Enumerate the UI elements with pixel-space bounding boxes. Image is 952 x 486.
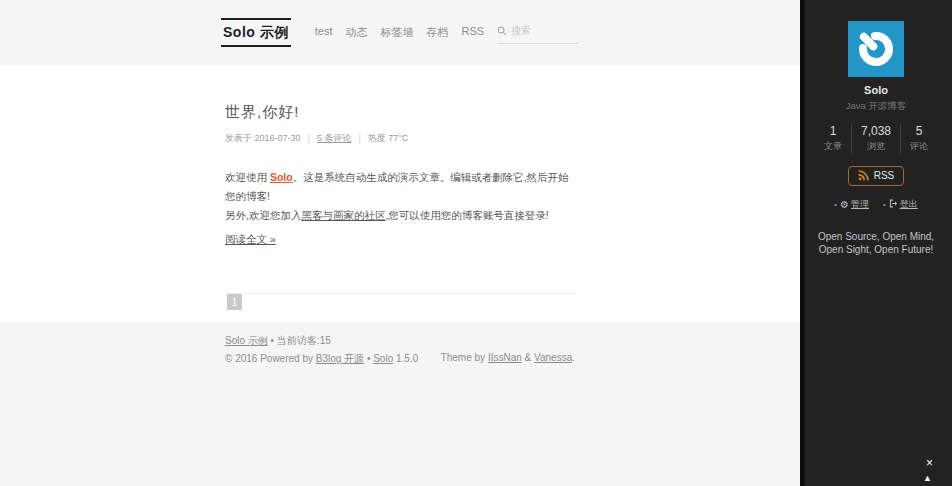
gear-icon: ⚙ <box>840 199 849 210</box>
close-icon[interactable]: × <box>926 457 933 469</box>
logout-link-label: 登出 <box>900 198 918 211</box>
paragraph-1: 欢迎使用 Solo。这是系统自动生成的演示文章。编辑或者删除它,然后开始您的博客… <box>225 168 575 206</box>
footer-visitor-count: • 当前访客:15 <box>268 335 331 346</box>
nav-item-rss[interactable]: RSS <box>461 25 484 40</box>
rss-button-label: RSS <box>874 170 895 181</box>
post-body: 欢迎使用 Solo。这是系统自动生成的演示文章。编辑或者删除它,然后开始您的博客… <box>225 168 575 247</box>
footer-inner: Solo 示例 • 当前访客:15 © 2016 Powered by B3lo… <box>225 322 575 366</box>
nav-item-test[interactable]: test <box>315 25 333 40</box>
stat-comments[interactable]: 5 评论 <box>900 124 937 153</box>
page-number-current[interactable]: 1 <box>227 294 242 310</box>
sidebar: Solo Java 开源博客 1 文章 7,038 浏览 5 评论 RSS •⚙… <box>800 0 952 486</box>
post-title[interactable]: 世界,你好! <box>225 103 575 122</box>
meta-separator: | <box>308 133 310 143</box>
read-more-link[interactable]: 阅读全文 » <box>225 233 276 247</box>
post-meta: 发表于 2016-07-30|5 条评论|热度 77°C <box>225 132 575 145</box>
paragraph-2: 另外,欢迎您加入黑客与画家的社区,您可以使用您的博客账号直接登录! <box>225 206 575 225</box>
comments-link[interactable]: 5 条评论 <box>317 133 352 143</box>
rss-icon <box>858 170 869 181</box>
footer-copyright-line: © 2016 Powered by B3log 开源 • Solo 1.5.0 … <box>225 352 575 366</box>
blog-stats: 1 文章 7,038 浏览 5 评论 <box>800 124 952 153</box>
admin-link-label: 管理 <box>851 198 869 211</box>
search-input[interactable] <box>511 25 573 36</box>
footer-site-link[interactable]: Solo 示例 <box>225 335 268 346</box>
nav-item-tags[interactable]: 标签墙 <box>380 25 413 40</box>
site-brand-link[interactable]: Solo 示例 <box>221 18 291 47</box>
post-date: 发表于 2016-07-30 <box>225 133 301 143</box>
amp-text: & <box>522 352 534 363</box>
sidebar-links: •⚙管理 •登出 <box>800 198 952 211</box>
post: 世界,你好! 发表于 2016-07-30|5 条评论|热度 77°C 欢迎使用… <box>225 103 575 310</box>
theme-author2-link[interactable]: Vanessa <box>534 352 572 363</box>
site-footer: Solo 示例 • 当前访客:15 © 2016 Powered by B3lo… <box>0 322 800 486</box>
header-inner: Solo 示例 test 动态 标签墙 存档 RSS <box>221 18 579 47</box>
search-icon <box>497 22 507 40</box>
footer-visitors-line: Solo 示例 • 当前访客:15 <box>225 334 575 348</box>
motto-line-1: Open Source, Open Mind, <box>800 230 952 243</box>
stat-views-value: 7,038 <box>861 124 891 138</box>
stat-comments-value: 5 <box>910 124 928 138</box>
paragraph-2-text: ,您可以使用您的博客账号直接登录! <box>385 209 548 221</box>
site-header: Solo 示例 test 动态 标签墙 存档 RSS <box>0 0 800 65</box>
stat-views-label: 浏览 <box>861 140 891 153</box>
hacpai-community-link[interactable]: 黑客与画家的社区 <box>301 209 385 221</box>
solo-logo-icon[interactable] <box>848 21 904 77</box>
bullet-icon: • <box>834 200 837 209</box>
copyright-text: © 2016 Powered by <box>225 353 316 364</box>
version-text: 1.5.0 <box>393 353 418 364</box>
logout-icon <box>889 199 898 210</box>
stat-views[interactable]: 7,038 浏览 <box>851 124 900 153</box>
stat-articles-label: 文章 <box>824 140 842 153</box>
stat-articles-value: 1 <box>824 124 842 138</box>
admin-link[interactable]: •⚙管理 <box>834 198 869 211</box>
footer-copyright: © 2016 Powered by B3log 开源 • Solo 1.5.0 <box>225 352 418 366</box>
nav-item-dynamic[interactable]: 动态 <box>345 25 367 40</box>
bullet-icon: • <box>883 200 886 209</box>
theme-author1-link[interactable]: IIssNan <box>488 352 522 363</box>
paragraph-1-text: 欢迎使用 <box>225 171 270 183</box>
blog-subtitle: Java 开源博客 <box>800 100 952 113</box>
logout-link[interactable]: •登出 <box>883 198 918 211</box>
blog-name: Solo <box>800 84 952 96</box>
paragraph-2-text: 另外,欢迎您加入 <box>225 209 301 221</box>
page: Solo 示例 test 动态 标签墙 存档 RSS 世界,你好! <box>0 0 952 486</box>
rss-button[interactable]: RSS <box>848 166 905 186</box>
post-heat: 热度 77°C <box>368 133 409 143</box>
nav-item-archive[interactable]: 存档 <box>426 25 448 40</box>
sidebar-scrollbar-track[interactable] <box>800 0 805 486</box>
pagination: 1 <box>225 293 575 310</box>
period-text: . <box>572 352 575 363</box>
meta-separator: | <box>358 133 360 143</box>
scroll-top-icon[interactable]: ▲ <box>923 474 932 483</box>
content-area: 世界,你好! 发表于 2016-07-30|5 条评论|热度 77°C 欢迎使用… <box>0 65 800 322</box>
main-nav: test 动态 标签墙 存档 RSS <box>315 25 484 40</box>
stat-articles[interactable]: 1 文章 <box>815 124 851 153</box>
dot-separator: • <box>364 353 373 364</box>
b3log-link[interactable]: B3log 开源 <box>316 353 364 364</box>
main-area: Solo 示例 test 动态 标签墙 存档 RSS 世界,你好! <box>0 0 800 486</box>
solo-version-link[interactable]: Solo <box>373 353 393 364</box>
search-box <box>497 22 579 44</box>
stat-comments-label: 评论 <box>910 140 928 153</box>
solo-link[interactable]: Solo <box>270 171 293 183</box>
theme-by-text: Theme by <box>441 352 488 363</box>
blog-motto: Open Source, Open Mind, Open Sight, Open… <box>800 230 952 256</box>
footer-theme-credit: Theme by IIssNan & Vanessa. <box>441 352 575 366</box>
motto-line-2: Open Sight, Open Future! <box>800 243 952 256</box>
